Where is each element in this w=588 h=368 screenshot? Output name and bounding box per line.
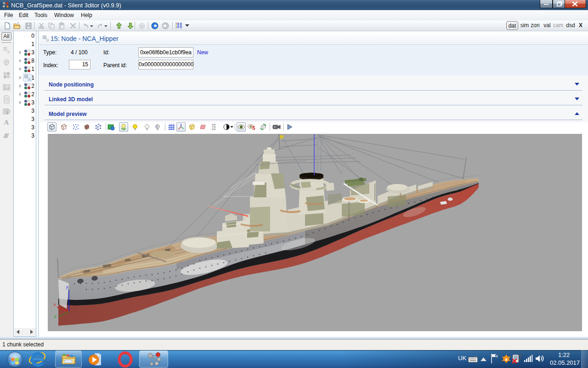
svg-text:z: z — [54, 314, 57, 319]
svg-text:S: S — [252, 126, 255, 131]
svg-text:x: x — [53, 302, 56, 307]
svg-text:y: y — [66, 285, 68, 289]
svg-text:Z=0: Z=0 — [212, 128, 216, 131]
svg-text:a: a — [505, 356, 508, 362]
